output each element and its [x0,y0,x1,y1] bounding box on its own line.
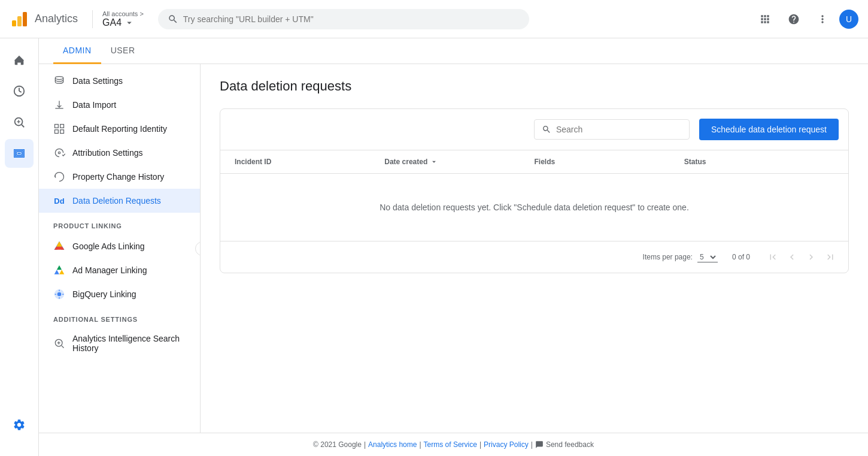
dropdown-icon [124,17,135,28]
feedback-icon [535,440,544,449]
tab-admin[interactable]: ADMIN [53,38,101,64]
tab-bar: ADMIN USER [39,38,868,64]
col-incident-id: Incident ID [235,158,384,166]
pagination-controls [764,249,839,265]
attribution-settings-icon [53,147,65,159]
svg-rect-9 [55,130,59,134]
footer-send-feedback[interactable]: Send feedback [535,440,594,449]
data-deletion-icon: Dd [53,195,65,207]
sidebar-item-ad-manager[interactable]: Ad Manager Linking [39,258,200,282]
top-nav: Analytics All accounts > GA4 U [0,0,868,38]
main-content-area: Data deletion requests Schedule data del… [201,64,868,433]
body-layout: ‹ Data Settings Data Import [39,64,868,433]
sidebar-item-data-deletion[interactable]: Dd Data Deletion Requests [39,189,200,213]
nav-settings[interactable] [5,410,34,439]
svg-rect-0 [12,20,16,26]
data-settings-icon [53,75,65,87]
sort-icon [430,158,438,166]
svg-point-6 [55,77,63,80]
svg-point-12 [57,292,62,297]
sidebar-item-property-change-history[interactable]: Property Change History [39,165,200,189]
page-count: 0 of 0 [732,253,750,261]
attribution-settings-label: Attribution Settings [72,148,143,158]
additional-settings-section-label: ADDITIONAL SETTINGS [39,306,200,328]
table-header: Incident ID Date created Fields Status [220,150,848,174]
last-page-button[interactable] [822,249,839,265]
nav-bottom [5,410,34,449]
data-settings-label: Data Settings [72,76,123,86]
schedule-deletion-button[interactable]: Schedule data deletion request [699,119,839,140]
sidebar-item-default-reporting[interactable]: Default Reporting Identity [39,117,200,141]
analytics-intelligence-label: Analytics Intelligence Search History [72,334,186,353]
default-reporting-label: Default Reporting Identity [72,124,167,134]
nav-reports[interactable] [5,77,34,105]
prev-page-button[interactable] [784,249,800,265]
account-breadcrumb: All accounts > [102,10,144,17]
bigquery-label: BigQuery Linking [72,289,136,299]
nav-advertising[interactable] [5,139,34,168]
svg-rect-5 [17,153,21,154]
sidebar-item-analytics-intelligence[interactable]: Analytics Intelligence Search History [39,328,200,359]
apps-button[interactable] [753,7,777,31]
help-button[interactable] [782,7,806,31]
logo-text: Analytics [35,13,78,25]
footer-terms-of-service[interactable]: Terms of Service [424,440,477,449]
global-search-bar[interactable] [158,9,529,29]
google-ads-icon [53,240,65,252]
data-deletion-label: Data Deletion Requests [72,196,161,206]
svg-rect-7 [55,125,59,128]
nav-explore[interactable] [5,108,34,137]
svg-rect-8 [60,125,64,128]
next-page-button[interactable] [803,249,820,265]
table-empty-state: No data deletion requests yet. Click "Sc… [220,174,848,241]
sidebar: ‹ Data Settings Data Import [39,64,201,433]
page-title: Data deletion requests [220,78,849,94]
table-search-box[interactable] [534,119,690,140]
svg-rect-2 [23,12,27,26]
items-per-page-select[interactable]: 5 10 25 [697,252,718,262]
first-page-button[interactable] [764,249,781,265]
nav-home[interactable] [5,46,34,74]
sidebar-item-bigquery[interactable]: BigQuery Linking [39,282,200,306]
footer-privacy-policy[interactable]: Privacy Policy [484,440,529,449]
footer-copyright: © 2021 Google [313,440,362,449]
svg-rect-10 [60,130,64,134]
col-fields: Fields [535,158,684,166]
ad-manager-icon [53,264,65,276]
page-footer: © 2021 Google | Analytics home | Terms o… [39,433,868,456]
footer-analytics-home[interactable]: Analytics home [368,440,417,449]
property-change-history-label: Property Change History [72,172,164,182]
sidebar-item-data-import[interactable]: Data Import [39,93,200,117]
nav-icons: U [753,7,858,31]
global-search-input[interactable] [183,14,520,24]
google-ads-label: Google Ads Linking [72,241,145,251]
analytics-logo [10,10,29,29]
data-deletion-table-card: Schedule data deletion request Incident … [220,108,849,273]
logo-area: Analytics [10,10,78,29]
items-per-page-control: Items per page: 5 10 25 [643,252,718,262]
sidebar-item-attribution-settings[interactable]: Attribution Settings [39,141,200,165]
icon-nav [0,38,39,456]
main-layout: ADMIN USER ‹ Data Settings [0,38,868,456]
data-import-label: Data Import [72,100,116,110]
items-per-page-label: Items per page: [643,253,693,261]
col-status: Status [684,158,834,166]
account-name: GA4 [102,17,144,28]
account-switcher[interactable]: All accounts > GA4 [92,10,144,28]
table-search-input[interactable] [556,125,682,134]
table-footer: Items per page: 5 10 25 0 of 0 [220,241,848,273]
table-toolbar: Schedule data deletion request [220,109,848,150]
data-import-icon [53,99,65,111]
sidebar-item-google-ads[interactable]: Google Ads Linking [39,234,200,258]
col-date-created[interactable]: Date created [384,158,534,166]
tab-user[interactable]: USER [101,38,145,64]
analytics-intelligence-icon [53,337,65,349]
product-linking-section-label: PRODUCT LINKING [39,213,200,234]
search-icon [168,14,178,25]
user-avatar[interactable]: U [839,10,858,29]
more-options-button[interactable] [811,7,834,31]
svg-rect-1 [17,16,22,26]
sidebar-item-data-settings[interactable]: Data Settings [39,69,200,93]
feedback-label: Send feedback [546,440,594,449]
content-area: ADMIN USER ‹ Data Settings [39,38,868,456]
